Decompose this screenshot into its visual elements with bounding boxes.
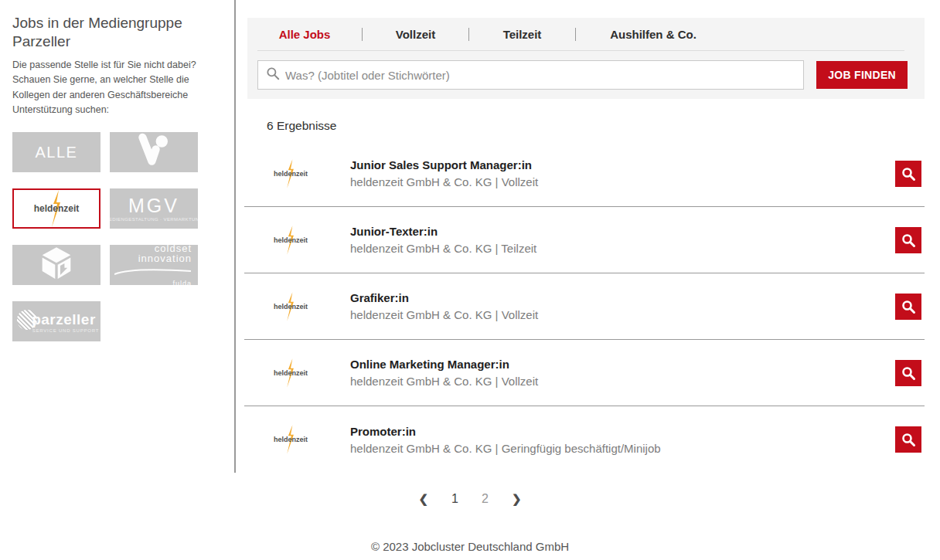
pagination-page-2[interactable]: 2 bbox=[482, 492, 489, 506]
coldset-logo: coldset innovation fulda bbox=[110, 245, 198, 285]
parzeller-logo-text: parzeller bbox=[32, 311, 96, 328]
job-list: heldenzeit Junior Sales Support Manager:… bbox=[244, 141, 925, 473]
page-title: Jobs in der Mediengruppe Parzeller bbox=[12, 14, 226, 51]
filter-panel: Alle Jobs Vollzeit Teilzeit Aushilfen & … bbox=[247, 18, 925, 99]
company-tile-vp[interactable] bbox=[110, 132, 198, 172]
job-view-button[interactable] bbox=[895, 294, 921, 320]
job-title[interactable]: Online Marketing Manager:in bbox=[350, 358, 538, 371]
job-title[interactable]: Promoter:in bbox=[350, 425, 661, 438]
job-meta: heldenzeit GmbH & Co. KG | Vollzeit bbox=[350, 175, 538, 188]
coldset-logo-subtext: fulda bbox=[110, 280, 192, 285]
job-text: Online Marketing Manager:in heldenzeit G… bbox=[350, 358, 538, 388]
footer-copyright: © 2023 Jobcluster Deutschland GmbH bbox=[0, 540, 940, 553]
job-text: Junior-Texter:in heldenzeit GmbH & Co. K… bbox=[350, 225, 536, 255]
magnifier-icon bbox=[901, 365, 916, 381]
company-tile-grid: ALLE heldenzeit MGV MEDIENGESTALTUNG · V… bbox=[12, 132, 226, 341]
tab-alle-jobs[interactable]: Alle Jobs bbox=[247, 28, 362, 41]
job-meta: heldenzeit GmbH & Co. KG | Teilzeit bbox=[350, 242, 536, 255]
job-row[interactable]: heldenzeit Online Marketing Manager:in h… bbox=[244, 340, 925, 406]
magnifier-icon bbox=[901, 432, 916, 447]
pagination: ❮ 1 2 ❯ bbox=[0, 492, 940, 506]
heldenzeit-logo-text: heldenzeit bbox=[274, 303, 308, 311]
mgv-logo-subtext: MEDIENGESTALTUNG · VERMARKTUNG bbox=[110, 217, 198, 222]
job-view-button[interactable] bbox=[895, 161, 921, 187]
parzeller-logo-subtext: SERVICE UND SUPPORT bbox=[32, 328, 100, 333]
job-view-button[interactable] bbox=[895, 426, 921, 453]
pagination-page-1[interactable]: 1 bbox=[451, 492, 458, 506]
heldenzeit-company-logo: heldenzeit bbox=[266, 287, 315, 327]
job-meta: heldenzeit GmbH & Co. KG | Vollzeit bbox=[350, 375, 538, 388]
mgv-logo-text: MGV bbox=[128, 196, 179, 216]
heldenzeit-logo-text: heldenzeit bbox=[34, 203, 80, 214]
pagination-prev-icon[interactable]: ❮ bbox=[419, 492, 429, 506]
heldenzeit-logo-text: heldenzeit bbox=[274, 369, 308, 377]
tab-aushilfen[interactable]: Aushilfen & Co. bbox=[576, 28, 731, 41]
job-title[interactable]: Junior Sales Support Manager:in bbox=[350, 158, 538, 171]
sidebar-divider bbox=[234, 0, 236, 473]
results-count: 6 Ergebnisse bbox=[267, 119, 336, 133]
job-meta: heldenzeit GmbH & Co. KG | Geringfügig b… bbox=[350, 442, 661, 455]
job-row[interactable]: heldenzeit Promoter:in heldenzeit GmbH &… bbox=[244, 406, 925, 473]
job-text: Junior Sales Support Manager:in heldenze… bbox=[350, 158, 538, 188]
tabs-underline bbox=[257, 50, 904, 51]
company-tile-alle[interactable]: ALLE bbox=[12, 132, 100, 172]
tab-teilzeit[interactable]: Teilzeit bbox=[469, 28, 575, 41]
job-type-tabs: Alle Jobs Vollzeit Teilzeit Aushilfen & … bbox=[247, 18, 925, 50]
job-row[interactable]: heldenzeit Junior Sales Support Manager:… bbox=[244, 141, 925, 207]
vp-logo-icon bbox=[134, 132, 174, 172]
job-title[interactable]: Junior-Texter:in bbox=[350, 225, 536, 238]
job-finden-button[interactable]: JOB FINDEN bbox=[816, 61, 908, 89]
search-icon bbox=[266, 66, 280, 83]
sidebar-intro-text: Die passende Stelle ist für Sie nicht da… bbox=[12, 58, 226, 118]
heldenzeit-company-logo: heldenzeit bbox=[266, 220, 315, 260]
heldenzeit-company-logo: heldenzeit bbox=[266, 154, 315, 194]
job-text: Promoter:in heldenzeit GmbH & Co. KG | G… bbox=[350, 425, 661, 455]
magnifier-icon bbox=[901, 166, 916, 182]
heldenzeit-logo-text: heldenzeit bbox=[274, 436, 308, 443]
company-tile-coldset[interactable]: coldset innovation fulda bbox=[110, 245, 198, 285]
job-row[interactable]: heldenzeit Junior-Texter:in heldenzeit G… bbox=[244, 207, 925, 273]
company-tile-parzeller[interactable]: parzeller SERVICE UND SUPPORT bbox=[12, 301, 100, 341]
heldenzeit-logo-text: heldenzeit bbox=[274, 236, 308, 244]
coldset-swoosh-icon bbox=[114, 269, 192, 275]
company-tile-mgv[interactable]: MGV MEDIENGESTALTUNG · VERMARKTUNG bbox=[110, 188, 198, 229]
job-text: Grafiker:in heldenzeit GmbH & Co. KG | V… bbox=[350, 291, 538, 321]
search-input[interactable] bbox=[285, 69, 795, 82]
job-title[interactable]: Grafiker:in bbox=[350, 291, 538, 304]
company-tile-cube[interactable] bbox=[12, 245, 100, 285]
tab-vollzeit[interactable]: Vollzeit bbox=[363, 28, 468, 41]
search-box bbox=[257, 60, 804, 90]
heldenzeit-logo-text: heldenzeit bbox=[274, 170, 308, 178]
coldset-logo-line2: innovation bbox=[110, 253, 192, 264]
heldenzeit-company-logo: heldenzeit bbox=[266, 419, 315, 460]
pagination-next-icon[interactable]: ❯ bbox=[512, 492, 522, 506]
job-row[interactable]: heldenzeit Grafiker:in heldenzeit GmbH &… bbox=[244, 273, 925, 340]
job-view-button[interactable] bbox=[895, 227, 921, 253]
heldenzeit-logo: heldenzeit bbox=[14, 190, 99, 227]
search-row: JOB FINDEN bbox=[257, 60, 908, 90]
tile-alle-label: ALLE bbox=[36, 144, 78, 161]
parzeller-logo: parzeller bbox=[17, 310, 96, 330]
magnifier-icon bbox=[901, 299, 916, 314]
job-meta: heldenzeit GmbH & Co. KG | Vollzeit bbox=[350, 308, 538, 321]
heldenzeit-company-logo: heldenzeit bbox=[266, 353, 315, 393]
sidebar: Jobs in der Mediengruppe Parzeller Die p… bbox=[12, 14, 226, 341]
cube-logo-icon bbox=[37, 245, 76, 285]
magnifier-icon bbox=[901, 232, 916, 248]
job-view-button[interactable] bbox=[895, 360, 921, 386]
company-tile-heldenzeit[interactable]: heldenzeit bbox=[12, 188, 100, 229]
